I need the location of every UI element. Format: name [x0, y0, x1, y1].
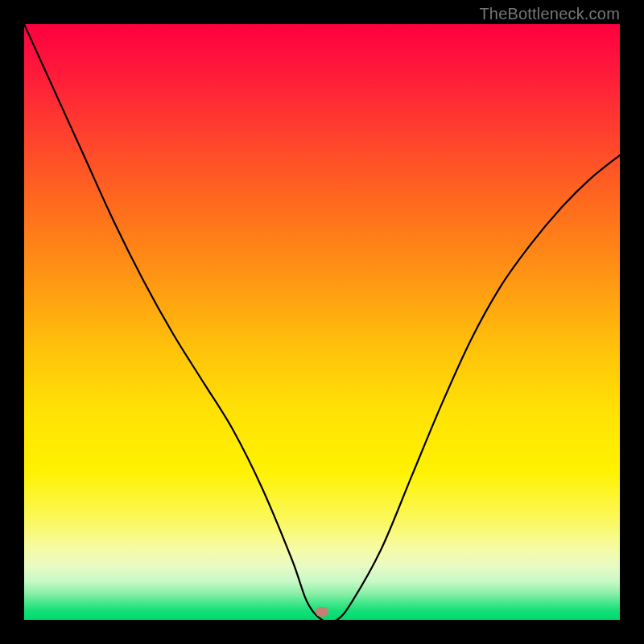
bottleneck-curve — [24, 24, 620, 620]
minimum-marker — [316, 607, 328, 617]
watermark-text: TheBottleneck.com — [479, 5, 620, 23]
chart-frame: TheBottleneck.com — [0, 0, 644, 644]
plot-area — [24, 24, 620, 620]
